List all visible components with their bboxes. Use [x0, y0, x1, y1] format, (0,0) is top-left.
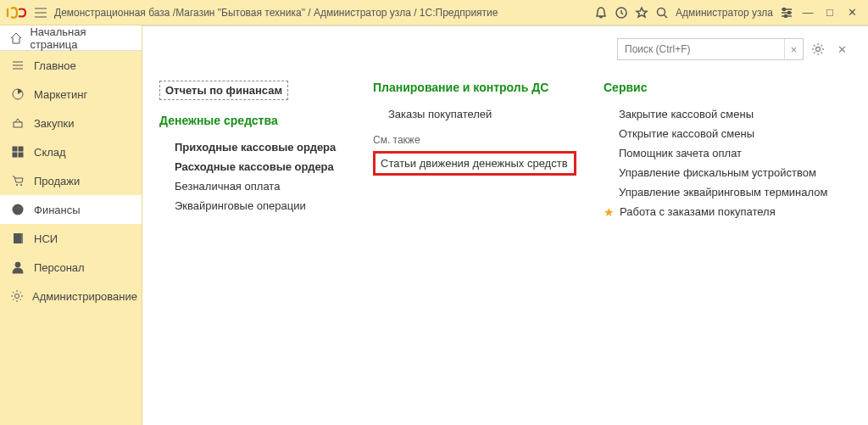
book-icon [10, 231, 25, 246]
link-acquiring[interactable]: Эквайринговые операции [159, 196, 346, 215]
cart-icon [10, 173, 25, 188]
svg-rect-25 [14, 233, 21, 243]
column-service: Сервис Закрытие кассовой смены Открытие … [604, 81, 841, 221]
search-input[interactable] [618, 43, 784, 55]
window-title: Демонстрационная база /Магазин "Бытовая … [54, 7, 498, 19]
person-icon [10, 260, 25, 275]
sidebar-item-label: Маркетинг [34, 88, 87, 101]
link-close-shift[interactable]: Закрытие кассовой смены [604, 104, 841, 124]
content-area: × ✕ Отчеты по финансам Денежные средства… [142, 25, 868, 425]
svg-line-5 [665, 14, 668, 18]
maximize-button[interactable]: □ [819, 6, 841, 19]
svg-point-9 [783, 8, 786, 10]
see-also-label: См. также [373, 134, 576, 146]
link-incoming-cash[interactable]: Приходные кассовые ордера [159, 137, 346, 157]
column-finance: Отчеты по финансам Денежные средства При… [159, 81, 346, 221]
link-outgoing-cash[interactable]: Расходные кассовые ордера [159, 157, 346, 176]
svg-point-29 [816, 48, 821, 52]
app-logo-icon [5, 5, 29, 20]
sidebar-item-nsi[interactable]: НСИ [0, 224, 142, 253]
svg-point-10 [788, 11, 791, 14]
sidebar-item-main[interactable]: Главное [0, 51, 142, 80]
list-icon [10, 58, 25, 73]
link-noncash[interactable]: Безналичная оплата [159, 176, 346, 196]
svg-point-21 [16, 184, 18, 186]
boxes-icon [10, 144, 25, 159]
view-settings-icon[interactable] [809, 40, 827, 59]
minimize-button[interactable]: — [797, 6, 819, 19]
sidebar-item-marketing[interactable]: Маркетинг [0, 80, 142, 109]
start-page-tab[interactable]: Начальная страница [0, 25, 142, 51]
start-page-label: Начальная страница [30, 25, 133, 51]
main-menu-icon[interactable] [32, 4, 49, 21]
sidebar-item-label: Продажи [34, 175, 80, 187]
svg-rect-26 [21, 233, 23, 243]
link-buyer-orders[interactable]: Заказы покупателей [373, 104, 576, 124]
sidebar-item-label: Склад [34, 146, 66, 159]
column-planning: Планирование и контроль ДС Заказы покупа… [373, 81, 576, 221]
star-icon[interactable] [632, 3, 652, 23]
link-fiscal-device[interactable]: Управление фискальным устройством [604, 163, 841, 182]
basket-icon [10, 115, 25, 131]
reports-heading[interactable]: Отчеты по финансам [159, 81, 288, 100]
sidebar: Начальная страница Главное Маркетинг Зак… [0, 25, 142, 425]
sidebar-item-label: Персонал [34, 261, 85, 274]
sidebar-item-personnel[interactable]: Персонал [0, 253, 142, 282]
link-open-shift[interactable]: Открытие кассовой смены [604, 124, 841, 143]
ruble-icon: ₽ [10, 202, 25, 217]
settings-toggle-icon[interactable] [776, 3, 797, 23]
pie-icon [10, 87, 25, 102]
sidebar-item-finance[interactable]: ₽ Финансы [0, 195, 142, 224]
bell-icon[interactable] [591, 3, 611, 23]
svg-point-22 [20, 184, 22, 186]
gear-icon [10, 288, 24, 304]
link-acquiring-terminal[interactable]: Управление эквайринговым терминалом [604, 182, 841, 202]
titlebar: Демонстрационная база /Магазин "Бытовая … [0, 0, 868, 25]
link-cashflow-articles[interactable]: Статьи движения денежных средств [373, 151, 576, 176]
svg-rect-19 [13, 153, 17, 157]
close-window-button[interactable]: ✕ [841, 6, 863, 19]
link-cashflow-articles-text: Статьи движения денежных средств [381, 157, 568, 170]
link-starred-orders-text: Работа с заказами покупателя [620, 205, 776, 218]
svg-point-27 [15, 262, 20, 267]
svg-text:₽: ₽ [15, 205, 20, 214]
sidebar-item-label: НСИ [34, 232, 58, 245]
svg-point-28 [15, 294, 19, 299]
sidebar-item-label: Главное [34, 59, 76, 72]
link-starred-orders[interactable]: ★ Работа с заказами покупателя [604, 202, 841, 221]
svg-rect-18 [19, 147, 23, 151]
sidebar-item-warehouse[interactable]: Склад [0, 137, 142, 166]
svg-point-11 [785, 14, 787, 17]
service-heading: Сервис [604, 81, 841, 94]
sidebar-item-label: Администрирование [32, 290, 137, 303]
svg-rect-16 [14, 122, 22, 127]
sidebar-item-label: Закупки [34, 117, 74, 130]
sidebar-item-admin[interactable]: Администрирование [0, 282, 142, 310]
clear-search-icon[interactable]: × [784, 39, 803, 59]
user-label[interactable]: Администратор узла [676, 7, 773, 19]
planning-heading: Планирование и контроль ДС [373, 81, 576, 94]
svg-rect-17 [13, 147, 17, 151]
home-icon [8, 31, 23, 46]
search-field[interactable]: × [617, 38, 804, 60]
link-payment-assistant[interactable]: Помощник зачета оплат [604, 143, 841, 163]
close-panel-icon[interactable]: ✕ [832, 40, 851, 59]
svg-rect-20 [19, 153, 23, 157]
sidebar-item-sales[interactable]: Продажи [0, 166, 142, 195]
svg-point-4 [658, 8, 665, 15]
sidebar-item-label: Финансы [34, 204, 81, 216]
search-icon[interactable] [652, 3, 672, 23]
cash-heading: Денежные средства [159, 114, 346, 127]
sidebar-item-purchases[interactable]: Закупки [0, 109, 142, 137]
star-filled-icon: ★ [604, 206, 615, 218]
history-icon[interactable] [611, 3, 632, 23]
